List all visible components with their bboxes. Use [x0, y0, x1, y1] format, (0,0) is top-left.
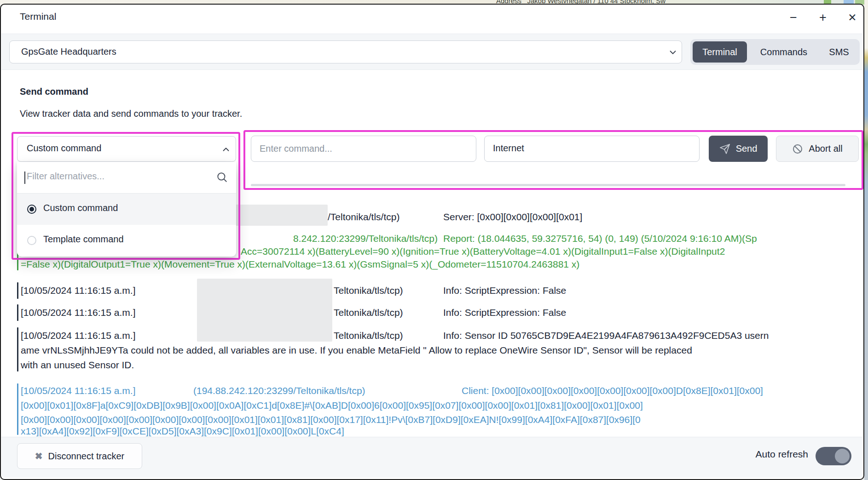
view-tab-group: Terminal Commands SMS — [690, 39, 860, 65]
log-message: [0x00][0x00][0x00][0x00][0x00][0x00][0x0… — [21, 413, 641, 426]
chevron-down-icon — [668, 47, 678, 57]
section-title: Send command — [20, 86, 88, 97]
auto-refresh-toggle[interactable] — [816, 447, 851, 465]
log-timestamp: [10/05/2024 11:16:15 a.m.] — [21, 284, 135, 297]
command-type-dropdown: Filter alternatives... Custom command Te… — [17, 162, 236, 257]
filter-input[interactable]: Filter alternatives... — [17, 162, 236, 194]
filter-placeholder: Filter alternatives... — [27, 171, 104, 182]
option-template-command[interactable]: Template command — [17, 225, 236, 256]
close-button[interactable]: ✕ — [844, 9, 861, 26]
expand-button[interactable]: + — [815, 9, 831, 26]
abort-icon — [792, 143, 803, 154]
log-message: Info: ScriptExpression: False — [443, 306, 566, 319]
log-protocol: /Teltonika/tls/tcp) — [328, 211, 399, 223]
abort-all-button[interactable]: Abort all — [776, 136, 859, 162]
dialog-title: Terminal — [20, 11, 56, 22]
log-message: [0x00][0x01][0x8F]a[0xC9][0xDB][0x9B][0x… — [21, 399, 643, 411]
log-entry-bar — [17, 304, 18, 321]
option-label: Custom command — [43, 203, 118, 213]
log-protocol: Teltonika/tls/tcp) — [334, 306, 403, 319]
log-timestamp: [10/05/2024 11:16:15 a.m.] — [21, 306, 135, 319]
log-message: Info: Sensor ID 50765CB7D9EA4E2199A4FA87… — [443, 329, 769, 342]
screen: Address Jakob Westvnegatan / 110 44 Stoc… — [0, 0, 868, 480]
log-message: Info: ScriptExpression: False — [443, 284, 566, 297]
toggle-knob — [835, 449, 850, 463]
option-custom-command[interactable]: Custom command — [17, 194, 236, 225]
command-type-value: Custom command — [27, 143, 101, 154]
disconnect-button-label: Disconnect tracker — [48, 451, 125, 462]
log-timestamp: [10/05/2024 11:16:15 a.m.] — [21, 384, 135, 397]
close-x-icon: ✖ — [35, 451, 43, 462]
map-background-strip-right — [864, 0, 868, 480]
radio-unselected-icon — [27, 236, 36, 245]
log-message: Client: [0x00][0x00][0x00][0x00][0x00][0… — [462, 384, 763, 397]
text-caret — [24, 171, 25, 184]
log-protocol: Teltonika/tls/tcp) — [334, 284, 403, 297]
command-type-select[interactable]: Custom command — [17, 136, 236, 162]
send-icon — [719, 143, 730, 154]
log-entry-bar — [17, 282, 18, 299]
tab-commands[interactable]: Commands — [749, 41, 818, 63]
log-protocol: 8.242.120:23299/Teltonika/tls/tcp) — [293, 232, 438, 245]
send-button[interactable]: Send — [709, 136, 768, 162]
search-icon — [216, 171, 228, 183]
device-select[interactable]: GpsGate Headquarters — [9, 40, 682, 63]
log-message: =False x)(DigitalOutput1=True x)(Movemen… — [21, 258, 579, 270]
radio-selected-icon — [27, 205, 36, 214]
log-message: Report: (18.044635, 59.3275716, 54) (0, … — [443, 232, 757, 245]
log-message: Acc=30072114 x)(BatteryLevel=90 x)(Ignit… — [241, 245, 725, 257]
log-entry-bar — [17, 327, 18, 371]
log-message: ame vrNLsSMjhhJE9YTa could not be added,… — [21, 344, 692, 356]
log-protocol: (194.88.242.120:23299/Teltonika/tls/tcp) — [193, 384, 365, 397]
tab-terminal[interactable]: Terminal — [693, 41, 747, 63]
option-label: Template command — [43, 234, 124, 245]
section-subtitle: View tracker data and send commands to y… — [20, 109, 242, 119]
command-input[interactable] — [251, 136, 476, 162]
log-message: x13][0xA4][0x92][0xF9][0xCE][0xD5][0xA3]… — [21, 425, 344, 437]
log-protocol: Teltonika/tls/tcp) — [334, 329, 403, 342]
minimize-button[interactable]: − — [785, 9, 802, 26]
device-select-value: GpsGate Headquarters — [21, 46, 116, 57]
redacted-text-block — [197, 279, 332, 342]
horizontal-scrollbar[interactable] — [251, 184, 845, 186]
channel-select-value: Internet — [493, 143, 524, 154]
redacted-text-block — [228, 205, 328, 226]
chevron-up-icon — [221, 144, 231, 154]
send-button-label: Send — [736, 143, 758, 154]
log-message: with an unused Sensor ID. — [21, 359, 134, 371]
log-timestamp: [10/05/2024 11:16:15 a.m.] — [21, 329, 135, 342]
tab-sms[interactable]: SMS — [821, 41, 857, 63]
log-message: Server: [0x00][0x00][0x00][0x01] — [443, 211, 582, 223]
disconnect-tracker-button[interactable]: ✖ Disconnect tracker — [17, 443, 142, 469]
auto-refresh-label: Auto refresh — [709, 449, 808, 460]
channel-select[interactable]: Internet — [484, 136, 700, 162]
abort-button-label: Abort all — [809, 143, 842, 154]
log-entry-bar — [17, 383, 18, 435]
